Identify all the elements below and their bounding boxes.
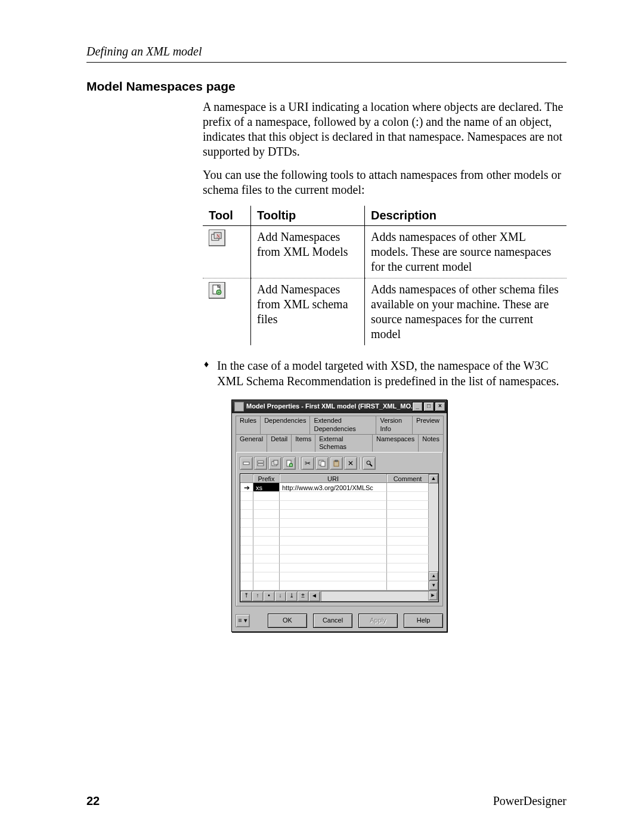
paste-icon[interactable] [330,457,343,470]
cell-uri[interactable] [280,546,387,555]
cell-comment[interactable] [387,519,429,528]
cell-comment[interactable] [387,492,429,501]
vertical-scrollbar[interactable]: ▲ ▴ ▾ [429,474,438,590]
cell-uri[interactable] [280,537,387,546]
nav-scroll-left-icon[interactable]: ◄ [308,591,320,602]
grid-row[interactable] [240,555,429,563]
cell-uri[interactable]: http://www.w3.org/2001/XMLSc [280,483,387,492]
cell-prefix[interactable] [253,572,280,581]
window-close-button[interactable]: × [435,402,445,411]
nav-next-icon[interactable]: ↓ [274,591,286,602]
nav-current-icon[interactable]: • [263,591,275,602]
dialog-titlebar[interactable]: Model Properties - First XML model (FIRS… [232,400,447,413]
tab-extended-dependencies[interactable]: Extended Dependencies [309,416,376,434]
nav-last-icon[interactable]: ⤓ [286,591,298,602]
cell-prefix[interactable] [253,510,280,519]
namespaces-grid[interactable]: Prefix URI Comment ➔ xs http://www.w3.or… [240,473,439,602]
cell-prefix[interactable]: xs [253,483,280,492]
cell-comment[interactable] [387,501,429,510]
grid-row[interactable] [240,492,429,501]
tab-dependencies[interactable]: Dependencies [260,416,310,434]
cell-prefix[interactable] [253,492,280,501]
tab-preview[interactable]: Preview [412,416,444,434]
cell-uri[interactable] [280,528,387,537]
row-selector[interactable] [240,572,253,581]
row-selector[interactable] [240,501,253,510]
col-uri[interactable]: URI [280,474,387,483]
tab-namespaces[interactable]: Namespaces [372,434,419,453]
grid-row[interactable] [240,563,429,572]
cell-prefix[interactable] [253,581,280,590]
scroll-down-b-icon[interactable]: ▾ [429,581,438,590]
tab-items[interactable]: Items [291,434,315,453]
cell-uri[interactable] [280,581,387,590]
grid-row[interactable] [240,528,429,537]
cell-comment[interactable] [387,555,429,563]
tab-version-info[interactable]: Version Info [376,416,412,434]
grid-row[interactable]: ➔ xs http://www.w3.org/2001/XMLSc [240,483,429,492]
add-ns-models-icon[interactable] [268,457,281,470]
cell-uri[interactable] [280,519,387,528]
window-maximize-button[interactable]: □ [423,402,434,411]
cell-comment[interactable] [387,581,429,590]
cell-prefix[interactable] [253,555,280,563]
cell-uri[interactable] [280,510,387,519]
grid-corner[interactable] [240,474,253,483]
grid-row[interactable] [240,510,429,519]
scroll-right-icon[interactable]: ► [428,591,438,600]
row-selector[interactable] [240,510,253,519]
cell-comment[interactable] [387,546,429,555]
delete-icon[interactable]: ✕ [344,457,357,470]
cell-comment[interactable] [387,563,429,572]
cell-prefix[interactable] [253,563,280,572]
insert-line-icon[interactable] [240,457,253,470]
row-selector[interactable] [240,492,253,501]
cancel-button[interactable]: Cancel [313,614,352,628]
cell-comment[interactable] [387,537,429,546]
find-icon[interactable] [363,457,376,470]
cell-uri[interactable] [280,563,387,572]
tab-rules[interactable]: Rules [236,416,261,434]
row-selector[interactable] [240,519,253,528]
grid-row[interactable] [240,519,429,528]
nav-prev-icon[interactable]: ↑ [252,591,264,602]
scroll-down-a-icon[interactable]: ▴ [429,571,438,581]
cell-comment[interactable] [387,572,429,581]
cell-uri[interactable] [280,572,387,581]
cell-comment[interactable] [387,510,429,519]
cut-icon[interactable]: ✂ [301,457,314,470]
row-selector-icon[interactable]: ➔ [240,483,253,492]
window-minimize-button[interactable]: _ [412,402,423,411]
row-selector[interactable] [240,581,253,590]
cell-prefix[interactable] [253,546,280,555]
row-selector[interactable] [240,537,253,546]
grid-row[interactable] [240,501,429,510]
cell-uri[interactable] [280,555,387,563]
cell-uri[interactable] [280,501,387,510]
nav-expand-icon[interactable]: ± [297,591,309,602]
row-selector[interactable] [240,546,253,555]
tab-external-schemas[interactable]: External Schemas [315,434,373,453]
col-prefix[interactable]: Prefix [253,474,280,483]
cell-uri[interactable] [280,492,387,501]
dialog-menu-icon[interactable]: ≡ ▾ [236,614,250,627]
tab-notes[interactable]: Notes [418,434,444,453]
add-ns-schema-icon[interactable] [283,457,296,470]
add-line-icon[interactable] [254,457,267,470]
row-selector[interactable] [240,555,253,563]
horizontal-scrollbar[interactable]: ► [321,591,438,602]
cell-prefix[interactable] [253,528,280,537]
tab-general[interactable]: General [236,434,267,453]
cell-comment[interactable] [387,483,429,492]
cell-prefix[interactable] [253,537,280,546]
cell-prefix[interactable] [253,501,280,510]
grid-row[interactable] [240,581,429,590]
cell-comment[interactable] [387,528,429,537]
cell-prefix[interactable] [253,519,280,528]
row-selector[interactable] [240,563,253,572]
col-comment[interactable]: Comment [387,474,429,483]
help-button[interactable]: Help [404,614,443,628]
ok-button[interactable]: OK [268,614,307,628]
tab-detail[interactable]: Detail [267,434,292,453]
row-selector[interactable] [240,528,253,537]
